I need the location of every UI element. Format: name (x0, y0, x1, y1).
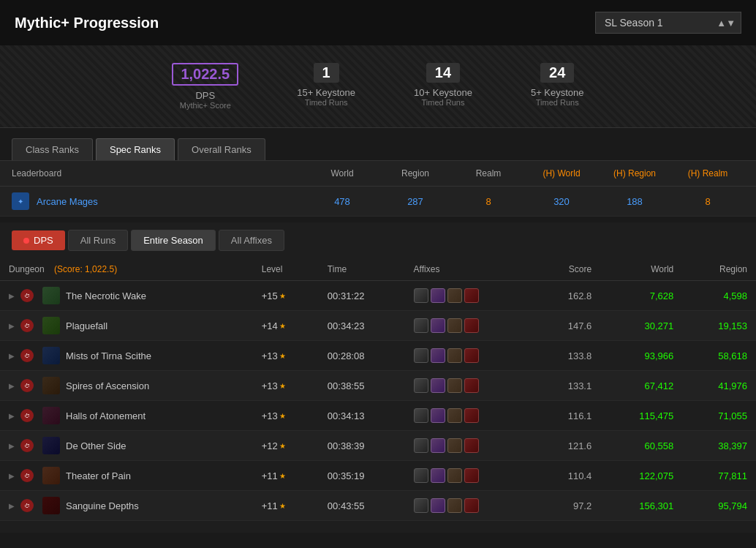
dungeon-name: Theater of Pain (66, 470, 131, 481)
expand-arrow-icon[interactable]: ▶ (9, 352, 15, 360)
dungeon-level: +14 ★ (253, 311, 319, 341)
dungeon-score: 133.8 (535, 341, 600, 371)
affix-icon-2 (431, 438, 445, 453)
lb-col-h-realm: (H) Realm (671, 168, 744, 179)
keystone10-value: 14 (426, 63, 460, 83)
keystone15-sublabel: Timed Runs (297, 98, 355, 107)
affix-icon-1 (414, 378, 428, 393)
star-icon: ★ (279, 442, 286, 450)
tab-spec-ranks[interactable]: Spec Ranks (96, 138, 175, 160)
expand-arrow-icon[interactable]: ▶ (9, 382, 15, 390)
level-value: +14 (262, 320, 278, 331)
dungeon-name-cell: ▶ ⏱ Theater of Pain (0, 461, 253, 491)
filter-tab-all-affixes[interactable]: All Affixes (219, 230, 284, 251)
dungeon-region-rank: 38,397 (682, 431, 756, 461)
dungeon-region-rank: 95,794 (682, 491, 756, 521)
expand-arrow-icon[interactable]: ▶ (9, 292, 15, 300)
affix-icon-2 (431, 468, 445, 483)
star-icon: ★ (279, 292, 286, 300)
dungeon-name: Plaguefall (66, 320, 107, 331)
keystone5-sublabel: Timed Runs (531, 98, 584, 107)
spec-name[interactable]: Arcane Mages (37, 196, 98, 207)
dungeon-region-rank: 71,055 (682, 401, 756, 431)
affix-icon-2 (431, 498, 445, 513)
filter-tab-all-runs[interactable]: All Runs (68, 230, 128, 251)
lb-realm-val: 8 (452, 196, 525, 207)
keystone10-sublabel: Timed Runs (414, 98, 472, 107)
affix-icon-4 (464, 288, 479, 303)
dungeon-name: Spires of Ascension (66, 380, 149, 391)
dungeon-name-cell: ▶ ⏱ Plaguefall (0, 311, 253, 341)
level-value: +15 (262, 290, 278, 301)
lb-col-name: Leaderboard (12, 168, 306, 179)
timer-circle-icon: ⏱ (20, 349, 34, 362)
expand-arrow-icon[interactable]: ▶ (9, 412, 15, 420)
expand-arrow-icon[interactable]: ▶ (9, 442, 15, 450)
affix-icon-1 (414, 408, 428, 423)
expand-arrow-icon[interactable]: ▶ (9, 502, 15, 510)
filter-tab-dps[interactable]: DPS (12, 230, 65, 250)
dungeon-affixes (405, 341, 535, 371)
dungeon-world-rank: 60,558 (600, 431, 682, 461)
level-value: +13 (262, 380, 278, 391)
table-row: ▶ ⏱ De Other Side +12 ★00:38:39 121.660,… (0, 431, 756, 461)
season-select-input[interactable]: SL Season 1 (595, 12, 741, 34)
dps-dot-icon (23, 238, 29, 244)
dungeon-time: 00:34:13 (319, 401, 405, 431)
dungeon-name: De Other Side (66, 440, 126, 451)
dungeon-time: 00:35:19 (319, 461, 405, 491)
affix-icon-4 (464, 318, 479, 333)
expand-arrow-icon[interactable]: ▶ (9, 322, 15, 330)
star-icon: ★ (279, 382, 286, 390)
dungeon-icon (42, 467, 60, 484)
affix-icon-2 (431, 288, 445, 303)
keystone10-label: 10+ Keystone (414, 87, 472, 98)
dungeon-name: Mists of Tirna Scithe (66, 350, 151, 361)
table-row: ▶ ⏱ The Necrotic Wake +15 ★00:31:22 162.… (0, 281, 756, 311)
affix-icon-3 (447, 408, 462, 423)
score-value: 1,022.5 (172, 63, 238, 86)
season-selector[interactable]: SL Season 1 ▲▼ (595, 12, 741, 34)
page-title: Mythic+ Progression (15, 15, 159, 31)
th-time: Time (319, 258, 405, 281)
dungeon-affixes (405, 431, 535, 461)
dungeon-icon (42, 437, 60, 454)
affix-icon-3 (447, 498, 462, 513)
dungeon-score: 121.6 (535, 431, 600, 461)
affix-icon-3 (447, 318, 462, 333)
dungeon-table: Dungeon (Score: 1,022.5) Level Time Affi… (0, 258, 756, 521)
affix-icon-3 (447, 348, 462, 363)
lb-col-region: Region (379, 168, 452, 179)
stats-banner: 1,022.5 DPS Mythic+ Score 1 15+ Keystone… (0, 45, 756, 128)
level-value: +12 (262, 440, 278, 451)
filter-tab-entire-season[interactable]: Entire Season (131, 230, 216, 251)
lb-col-h-region: (H) Region (598, 168, 671, 179)
dungeon-name-cell: ▶ ⏱ The Necrotic Wake (0, 281, 253, 311)
leaderboard-section: Leaderboard World Region Realm (H) World… (0, 161, 756, 217)
table-row: ▶ ⏱ Mists of Tirna Scithe +13 ★00:28:08 … (0, 341, 756, 371)
expand-arrow-icon[interactable]: ▶ (9, 472, 15, 480)
lb-col-h-world: (H) World (525, 168, 598, 179)
dungeon-world-rank: 7,628 (600, 281, 682, 311)
stat-score: 1,022.5 DPS Mythic+ Score (172, 63, 238, 110)
dungeon-score: 116.1 (535, 401, 600, 431)
star-icon: ★ (279, 502, 286, 510)
dungeon-affixes (405, 461, 535, 491)
tab-overall-ranks[interactable]: Overall Ranks (178, 138, 265, 160)
affix-icon-1 (414, 438, 428, 453)
affix-icon-3 (447, 438, 462, 453)
table-row: ▶ ⏱ Spires of Ascension +13 ★00:38:55 13… (0, 371, 756, 401)
affix-icon-1 (414, 288, 428, 303)
affix-icon-2 (431, 378, 445, 393)
star-icon: ★ (279, 322, 286, 330)
dungeon-name-cell: ▶ ⏱ De Other Side (0, 431, 253, 461)
score-label: DPS (172, 90, 238, 101)
lb-h-realm-val: 8 (671, 196, 744, 207)
th-dungeon: Dungeon (Score: 1,022.5) (0, 258, 253, 281)
dungeon-affixes (405, 311, 535, 341)
tab-class-ranks[interactable]: Class Ranks (12, 138, 93, 160)
leaderboard-row: ✦ Arcane Mages 478 287 8 320 188 8 (0, 187, 756, 217)
stat-keystone10: 14 10+ Keystone Timed Runs (414, 63, 472, 110)
star-icon: ★ (279, 352, 286, 360)
th-world: World (600, 258, 682, 281)
